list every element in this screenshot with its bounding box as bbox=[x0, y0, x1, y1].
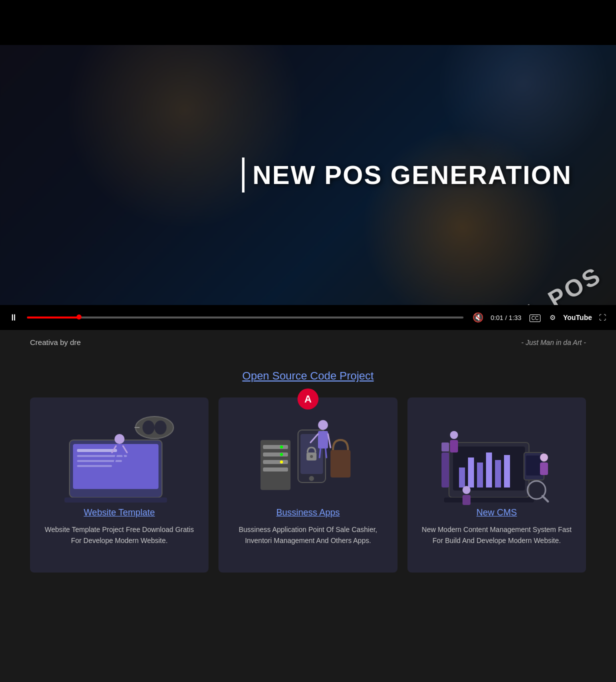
svg-rect-31 bbox=[318, 431, 328, 448]
svg-rect-40 bbox=[477, 462, 483, 488]
svg-point-23 bbox=[280, 460, 283, 464]
svg-point-28 bbox=[310, 455, 313, 458]
svg-rect-38 bbox=[459, 468, 465, 488]
svg-rect-55 bbox=[442, 452, 449, 488]
svg-rect-2 bbox=[77, 449, 117, 452]
svg-rect-5 bbox=[77, 465, 112, 467]
pause-icon: ⏸ bbox=[9, 312, 18, 323]
svg-rect-44 bbox=[444, 498, 534, 502]
svg-point-30 bbox=[318, 420, 328, 430]
svg-rect-18 bbox=[263, 452, 288, 456]
pause-button[interactable]: ⏸ bbox=[8, 312, 19, 324]
svg-point-47 bbox=[450, 431, 458, 439]
svg-rect-17 bbox=[263, 445, 288, 449]
svg-line-34 bbox=[320, 448, 320, 458]
svg-line-33 bbox=[328, 434, 330, 448]
svg-point-26 bbox=[309, 476, 314, 481]
svg-rect-48 bbox=[450, 440, 458, 452]
svg-rect-56 bbox=[442, 442, 449, 452]
cool-pos-watermark: COOL POS bbox=[469, 261, 606, 305]
current-time: 0:01 bbox=[490, 314, 503, 322]
svg-point-11 bbox=[114, 434, 124, 444]
fullscreen-icon: ⛶ bbox=[599, 314, 606, 322]
video-main-title: NEW POS GENERATION bbox=[252, 160, 572, 190]
svg-point-9 bbox=[154, 420, 166, 434]
title-accent-bar bbox=[242, 158, 244, 192]
svg-rect-42 bbox=[495, 460, 501, 488]
video-tagline: - Just Man in da Art - bbox=[522, 338, 586, 346]
card-2-illustration bbox=[228, 408, 387, 508]
svg-point-21 bbox=[280, 446, 283, 448]
svg-rect-19 bbox=[263, 460, 288, 464]
svg-rect-46 bbox=[526, 456, 542, 476]
top-navigation-bar bbox=[0, 0, 616, 45]
card-website-template: Website Template Website Template Projec… bbox=[30, 398, 208, 572]
new-cms-svg bbox=[439, 402, 554, 512]
progress-bar-fill bbox=[27, 316, 80, 318]
youtube-logo: YouTube bbox=[563, 314, 592, 322]
settings-button[interactable]: ⚙ bbox=[548, 312, 558, 322]
card-2-title[interactable]: Bussiness Apps bbox=[276, 508, 340, 518]
cc-icon: CC bbox=[530, 314, 540, 322]
svg-rect-41 bbox=[486, 452, 492, 488]
svg-rect-50 bbox=[540, 462, 548, 475]
card-1-title[interactable]: Website Template bbox=[84, 508, 154, 518]
svg-rect-52 bbox=[462, 495, 470, 505]
yt-right-controls: CC ⚙ YouTube ⛶ bbox=[528, 312, 608, 322]
card-3-title[interactable]: New CMS bbox=[476, 508, 517, 518]
svg-point-49 bbox=[540, 454, 548, 462]
business-apps-svg bbox=[250, 410, 366, 505]
svg-line-35 bbox=[326, 448, 326, 458]
website-template-svg bbox=[62, 410, 177, 505]
card-business-apps: A bbox=[218, 398, 397, 572]
svg-point-51 bbox=[462, 486, 470, 494]
card-1-desc: Website Template Project Free Download G… bbox=[40, 524, 198, 546]
open-source-section: Open Source Code Project bbox=[0, 354, 616, 592]
svg-line-54 bbox=[542, 496, 548, 502]
progress-bar[interactable] bbox=[27, 316, 464, 318]
video-meta-section: Creativa by dre - Just Man in da Art - bbox=[0, 330, 616, 354]
fullscreen-button[interactable]: ⛶ bbox=[597, 312, 608, 322]
video-frame[interactable]: NEW POS GENERATION COOL POS bbox=[0, 45, 616, 305]
svg-rect-43 bbox=[504, 455, 510, 488]
video-player-wrapper: NEW POS GENERATION COOL POS ⏸ 🔇 0:01 / 1… bbox=[0, 45, 616, 330]
svg-point-22 bbox=[280, 453, 283, 456]
channel-name: Creativa by dre bbox=[30, 338, 81, 346]
card-2-desc: Bussiness Application Point Of Sale Cash… bbox=[228, 524, 387, 546]
video-title-block: NEW POS GENERATION bbox=[242, 158, 572, 192]
total-time: 1:33 bbox=[508, 314, 521, 322]
mute-button[interactable]: 🔇 bbox=[472, 311, 484, 324]
mute-icon: 🔇 bbox=[472, 312, 484, 323]
svg-rect-20 bbox=[263, 468, 288, 472]
card-new-cms: New CMS New Modern Content Management Sy… bbox=[408, 398, 586, 572]
settings-icon: ⚙ bbox=[550, 314, 556, 322]
angular-badge: A bbox=[298, 388, 318, 410]
svg-rect-39 bbox=[468, 458, 474, 488]
cc-button[interactable]: CC bbox=[528, 312, 542, 322]
svg-rect-6 bbox=[64, 498, 167, 502]
section-title: Open Source Code Project bbox=[30, 370, 586, 382]
cards-grid: Website Template Website Template Projec… bbox=[30, 398, 586, 572]
svg-rect-29 bbox=[330, 450, 350, 478]
card-1-illustration bbox=[40, 408, 198, 508]
time-display: 0:01 / 1:33 bbox=[490, 314, 521, 322]
video-controls-bar: ⏸ 🔇 0:01 / 1:33 CC ⚙ YouTube ⛶ bbox=[0, 305, 616, 330]
svg-point-8 bbox=[142, 420, 154, 434]
card-3-desc: New Modern Content Management System Fas… bbox=[418, 524, 576, 546]
svg-rect-3 bbox=[77, 455, 127, 457]
card-3-illustration bbox=[418, 408, 576, 508]
